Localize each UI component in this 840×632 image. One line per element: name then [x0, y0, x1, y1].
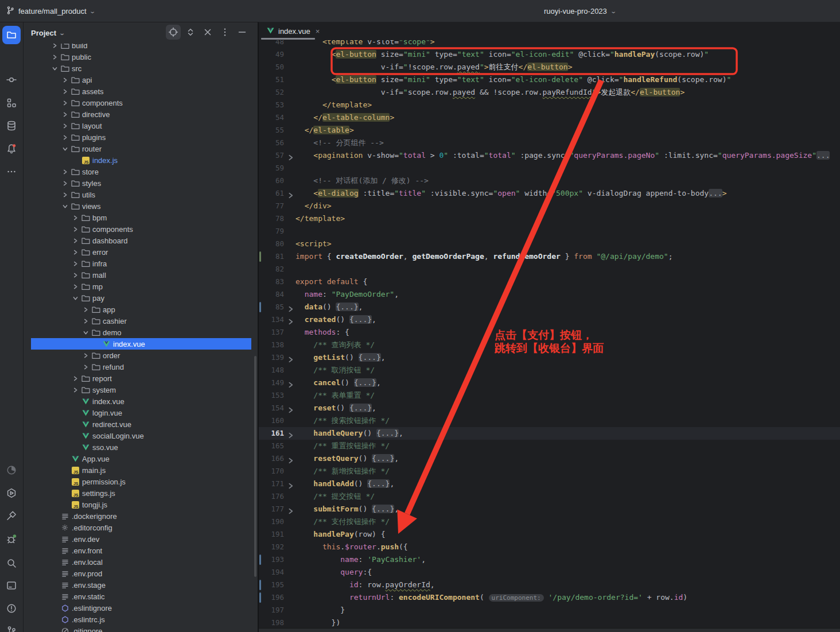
- tree-item--eslintignore[interactable]: .eslintignore: [24, 602, 258, 614]
- tree-item-styles[interactable]: styles: [24, 177, 258, 189]
- code-line-194[interactable]: 194 query:{: [259, 566, 840, 579]
- code-line-196[interactable]: 196 returnUrl: encodeURIComponent( uriCo…: [259, 591, 840, 604]
- tree-item-app[interactable]: app: [24, 304, 258, 315]
- tree-item-public[interactable]: public: [24, 51, 258, 63]
- code-line-193[interactable]: 193 name: 'PayCashier',: [259, 553, 840, 566]
- tree-item--editorconfig[interactable]: .editorconfig: [24, 522, 258, 533]
- code-line-192[interactable]: 192 this.$router.push({: [259, 541, 840, 553]
- tree-item-settings-js[interactable]: JSsettings.js: [24, 487, 258, 499]
- tree-item-sociallogin-vue[interactable]: socialLogin.vue: [24, 430, 258, 441]
- code-line-138[interactable]: 138 /** 查询列表 */: [259, 339, 840, 351]
- tree-item-permission-js[interactable]: JSpermission.js: [24, 476, 258, 487]
- code-line-197[interactable]: 197 }: [259, 604, 840, 617]
- tree-item-router[interactable]: router: [24, 143, 258, 154]
- tree-item-index-vue[interactable]: index.vue: [24, 338, 258, 350]
- chevron-right-icon[interactable]: [81, 362, 90, 371]
- chevron-right-icon[interactable]: [60, 179, 69, 188]
- code-line-153[interactable]: 153 /** 表单重置 */: [259, 389, 840, 402]
- expand-collapse-icon[interactable]: [183, 25, 198, 40]
- tree-item-system[interactable]: system: [24, 384, 258, 396]
- code-line-56[interactable]: 56 <!-- 分页组件 -->: [259, 137, 840, 149]
- build-icon[interactable]: [2, 507, 21, 525]
- tree-item-build[interactable]: build: [24, 44, 258, 51]
- tree-item--env-prod[interactable]: .env.prod: [24, 568, 258, 579]
- code-line-191[interactable]: 191 handlePay(row) {: [259, 528, 840, 541]
- chevron-right-icon[interactable]: [60, 87, 69, 96]
- chevron-right-icon[interactable]: [81, 316, 90, 325]
- code-line-61[interactable]: 61 <el-dialog :title="title" :visible.sy…: [259, 187, 840, 200]
- code-line-84[interactable]: 84 name: "PayDemoOrder",: [259, 288, 840, 301]
- project-panel-title[interactable]: Project ⌄: [31, 29, 64, 37]
- tree-item-mp[interactable]: mp: [24, 281, 258, 292]
- tree-item--eslintrc-js[interactable]: .eslintrc.js: [24, 614, 258, 625]
- chevron-right-icon[interactable]: [50, 52, 59, 61]
- chevron-down-icon[interactable]: [81, 328, 90, 337]
- problems-icon[interactable]: [2, 599, 21, 618]
- code-line-79[interactable]: 79: [259, 225, 840, 238]
- profiler-icon[interactable]: [2, 461, 21, 479]
- tree-item--env-stage[interactable]: .env.stage: [24, 579, 258, 591]
- fold-arrow-icon[interactable]: [287, 430, 294, 437]
- tree-item--gitignore[interactable]: .gitignore: [24, 625, 258, 632]
- version-control-icon[interactable]: [2, 622, 21, 632]
- chevron-down-icon[interactable]: [60, 201, 69, 211]
- chevron-right-icon[interactable]: [60, 75, 69, 84]
- close-tab-icon[interactable]: ×: [316, 27, 320, 36]
- code-line-134[interactable]: 134 created() {...},: [259, 313, 840, 326]
- search-icon[interactable]: [2, 554, 21, 572]
- code-line-154[interactable]: 154 reset() {...},: [259, 402, 840, 414]
- fold-arrow-icon[interactable]: [287, 316, 294, 323]
- code-line-198[interactable]: 198 }): [259, 617, 840, 629]
- tree-item--env-dev[interactable]: .env.dev: [24, 533, 258, 545]
- tree-item-sso-vue[interactable]: sso.vue: [24, 441, 258, 453]
- chevron-right-icon[interactable]: [60, 190, 69, 199]
- chevron-right-icon[interactable]: [71, 385, 80, 394]
- commit-icon[interactable]: [2, 71, 21, 89]
- tree-item-views[interactable]: views: [24, 200, 258, 212]
- tree-item-app-vue[interactable]: App.vue: [24, 453, 258, 464]
- code-line-82[interactable]: 82: [259, 263, 840, 276]
- chevron-right-icon[interactable]: [60, 133, 69, 142]
- code-line-60[interactable]: 60 <!-- 对话框(添加 / 修改) -->: [259, 175, 840, 187]
- code-line-57[interactable]: 57 <pagination v-show="total > 0" :total…: [259, 149, 840, 162]
- chevron-right-icon[interactable]: [50, 44, 59, 50]
- code-line-77[interactable]: 77 </div>: [259, 200, 840, 212]
- database-icon[interactable]: [2, 117, 21, 135]
- tree-item-pay[interactable]: pay: [24, 292, 258, 304]
- tree-item-main-js[interactable]: JSmain.js: [24, 464, 258, 476]
- tree-item-assets[interactable]: assets: [24, 86, 258, 97]
- code-line-176[interactable]: 176 /** 提交按钮 */: [259, 490, 840, 503]
- services-icon[interactable]: [2, 484, 21, 502]
- tree-item--env-local[interactable]: .env.local: [24, 556, 258, 568]
- code-line-59[interactable]: 59: [259, 162, 840, 175]
- fold-arrow-icon[interactable]: [287, 354, 294, 361]
- tree-item-tongji-js[interactable]: JStongji.js: [24, 499, 258, 510]
- code-line-177[interactable]: 177 submitForm() {...},: [259, 503, 840, 515]
- code-line-51[interactable]: 51 <el-button size="mini" type="text" ic…: [259, 73, 840, 86]
- chevron-right-icon[interactable]: [60, 110, 69, 119]
- tree-item-infra[interactable]: infra: [24, 258, 258, 269]
- tree-item-components[interactable]: components: [24, 97, 258, 108]
- tree-item-bpm[interactable]: bpm: [24, 212, 258, 223]
- chevron-right-icon[interactable]: [71, 236, 80, 245]
- chevron-right-icon[interactable]: [60, 121, 69, 130]
- terminal-icon[interactable]: [2, 576, 21, 595]
- tree-item-login-vue[interactable]: login.vue: [24, 407, 258, 418]
- code-line-53[interactable]: 53 </template>: [259, 99, 840, 111]
- tree-item--env-front[interactable]: .env.front: [24, 545, 258, 556]
- code-line-160[interactable]: 160 /** 搜索按钮操作 */: [259, 414, 840, 427]
- code-line-137[interactable]: 137 methods: {: [259, 326, 840, 339]
- tree-item-plugins[interactable]: plugins: [24, 131, 258, 143]
- fold-arrow-icon[interactable]: [287, 152, 294, 159]
- code-line-166[interactable]: 166 resetQuery() {...},: [259, 452, 840, 465]
- chevron-down-icon[interactable]: [71, 293, 80, 303]
- tree-item-store[interactable]: store: [24, 166, 258, 177]
- chevron-right-icon[interactable]: [71, 374, 80, 383]
- code-line-190[interactable]: 190 /** 支付按钮操作 */: [259, 515, 840, 528]
- tree-item-dashboard[interactable]: dashboard: [24, 235, 258, 246]
- tree-item-components[interactable]: components: [24, 223, 258, 235]
- tree-item-src[interactable]: src: [24, 63, 258, 74]
- fold-arrow-icon[interactable]: [287, 405, 294, 412]
- code-line-81[interactable]: 81import { createDemoOrder, getDemoOrder…: [259, 250, 840, 263]
- code-line-52[interactable]: 52 v-if="scope.row.payed && !scope.row.p…: [259, 86, 840, 99]
